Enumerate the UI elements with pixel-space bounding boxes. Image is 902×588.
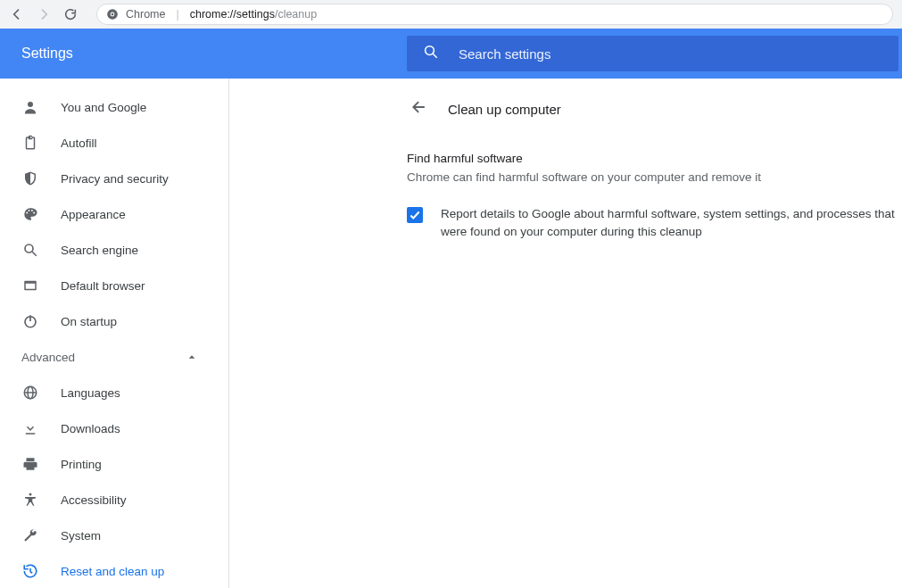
sidebar-item-label: Downloads (61, 422, 120, 435)
url-separator: | (176, 8, 178, 21)
svg-point-19 (29, 493, 32, 496)
search-icon (21, 242, 39, 258)
vertical-divider (228, 79, 407, 588)
sidebar-item-label: System (61, 529, 101, 542)
svg-point-5 (28, 102, 33, 107)
sidebar-item-you-and-google[interactable]: You and Google (0, 89, 228, 125)
find-harmful-section: Find harmful software Chrome can find ha… (407, 152, 902, 240)
chrome-icon (106, 8, 119, 21)
svg-rect-13 (26, 284, 36, 289)
sidebar-item-search-engine[interactable]: Search engine (0, 232, 228, 268)
sidebar-item-autofill[interactable]: Autofill (0, 125, 228, 161)
svg-point-9 (33, 212, 35, 214)
svg-point-3 (426, 46, 434, 55)
section-title: Find harmful software (407, 152, 902, 165)
advanced-label: Advanced (21, 351, 75, 364)
sidebar-item-label: Autofill (61, 137, 97, 150)
reload-button[interactable] (62, 6, 79, 22)
sidebar-item-languages[interactable]: Languages (0, 375, 228, 410)
palette-icon (21, 206, 39, 222)
settings-content: Clean up computer Find harmful software … (407, 79, 902, 588)
search-input[interactable] (459, 46, 882, 62)
sidebar-item-on-startup[interactable]: On startup (0, 303, 228, 339)
sidebar-item-appearance[interactable]: Appearance (0, 196, 228, 232)
sidebar-item-reset-cleanup[interactable]: Reset and clean up (0, 553, 228, 588)
page-title: Clean up computer (448, 102, 561, 117)
svg-line-11 (32, 252, 37, 256)
sidebar-item-label: You and Google (61, 101, 146, 114)
page-back-button[interactable] (410, 98, 428, 120)
printer-icon (21, 456, 39, 472)
restore-icon (21, 563, 39, 579)
sidebar-item-accessibility[interactable]: Accessibility (0, 482, 228, 518)
clipboard-icon (21, 135, 39, 151)
sidebar-item-default-browser[interactable]: Default browser (0, 268, 228, 303)
wrench-icon (21, 527, 39, 543)
address-bar[interactable]: Chrome | chrome://settings/cleanup (96, 4, 893, 25)
sidebar-item-downloads[interactable]: Downloads (0, 410, 228, 446)
power-icon (21, 313, 39, 329)
sidebar-item-label: Languages (61, 386, 120, 400)
download-icon (21, 420, 39, 436)
forward-button[interactable] (36, 6, 52, 22)
sidebar-item-label: Printing (61, 458, 102, 471)
search-icon (423, 44, 439, 63)
sidebar-item-label: Reset and clean up (61, 565, 164, 578)
sidebar-item-label: Search engine (61, 244, 138, 257)
svg-line-21 (30, 572, 32, 574)
url-path: chrome://settings/cleanup (190, 8, 317, 21)
back-button[interactable] (9, 6, 25, 22)
globe-icon (21, 385, 39, 401)
shield-icon (21, 170, 39, 186)
sidebar-section-advanced[interactable]: Advanced (0, 339, 228, 375)
sidebar-item-privacy[interactable]: Privacy and security (0, 161, 228, 196)
section-description: Chrome can find harmful software on your… (407, 170, 902, 184)
sidebar-item-label: Accessibility (61, 493, 127, 507)
settings-header: Settings (0, 29, 902, 79)
browser-toolbar: Chrome | chrome://settings/cleanup (0, 0, 902, 29)
sidebar-item-label: On startup (61, 315, 117, 328)
svg-line-4 (433, 54, 437, 58)
report-details-checkbox[interactable] (407, 207, 423, 223)
svg-point-2 (112, 13, 114, 16)
sidebar-item-label: Appearance (61, 208, 126, 221)
chevron-up-icon (187, 351, 196, 364)
svg-point-7 (29, 210, 30, 211)
browser-icon (21, 277, 39, 294)
app-title: Settings (0, 46, 407, 62)
svg-point-8 (31, 210, 33, 211)
url-origin: Chrome (126, 8, 165, 21)
svg-point-6 (26, 212, 28, 214)
checkbox-label: Report details to Google about harmful s… (441, 205, 902, 240)
sidebar-item-system[interactable]: System (0, 518, 228, 553)
svg-point-10 (25, 244, 33, 253)
search-settings-box[interactable] (407, 36, 898, 71)
sidebar-item-label: Default browser (61, 279, 145, 293)
settings-sidebar: You and Google Autofill Privacy and secu… (0, 79, 228, 588)
person-icon (21, 99, 39, 115)
sidebar-item-label: Privacy and security (61, 172, 169, 186)
accessibility-icon (21, 492, 39, 508)
sidebar-item-printing[interactable]: Printing (0, 446, 228, 482)
